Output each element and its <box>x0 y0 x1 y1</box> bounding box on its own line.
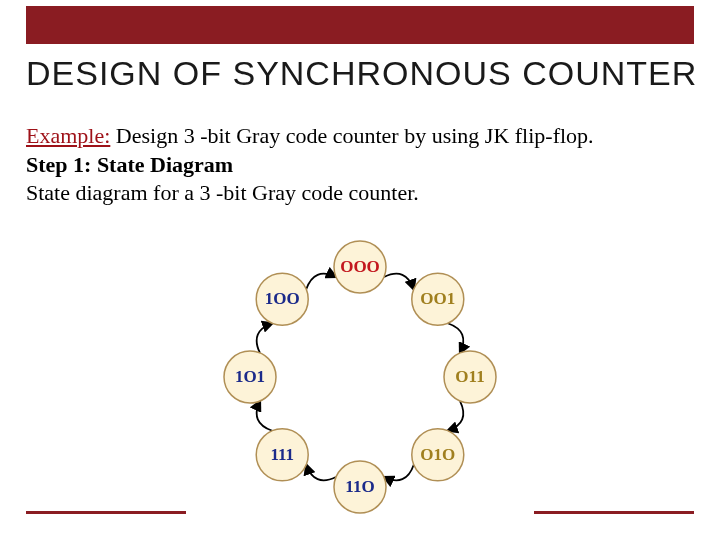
state-node: 1O1 <box>224 351 276 403</box>
state-node: 1OO <box>256 273 308 325</box>
state-node: O11 <box>444 351 496 403</box>
divider-left <box>26 511 186 514</box>
transition-arrow <box>306 465 336 481</box>
body-text: Example: Design 3 -bit Gray code counter… <box>26 122 694 208</box>
state-diagram: OOOOO1O11O1O11O1111O11OO <box>180 232 540 522</box>
svg-text:1O1: 1O1 <box>235 367 265 386</box>
transition-arrow <box>257 323 273 353</box>
svg-text:O11: O11 <box>455 367 484 386</box>
transition-arrow <box>448 401 464 431</box>
state-node: 11O <box>334 461 386 513</box>
state-node: OO1 <box>412 273 464 325</box>
state-node: O1O <box>412 429 464 481</box>
example-label: Example: <box>26 123 110 148</box>
svg-text:11O: 11O <box>345 477 374 496</box>
svg-text:111: 111 <box>270 445 294 464</box>
example-text: Design 3 -bit Gray code counter by using… <box>110 123 593 148</box>
svg-text:OOO: OOO <box>340 257 380 276</box>
page-title: DESIGN OF SYNCHRONOUS COUNTER <box>26 54 697 93</box>
transition-arrow <box>384 465 414 481</box>
transition-arrow <box>306 274 336 290</box>
accent-bar <box>26 6 694 44</box>
step-label: Step 1: State Diagram <box>26 151 694 180</box>
divider-right <box>534 511 694 514</box>
state-node: OOO <box>334 241 386 293</box>
state-node: 111 <box>256 429 308 481</box>
svg-text:OO1: OO1 <box>420 289 455 308</box>
transition-arrow <box>257 401 273 431</box>
transition-arrow <box>384 274 414 290</box>
transition-arrow <box>448 323 464 353</box>
svg-text:1OO: 1OO <box>265 289 300 308</box>
step-text: State diagram for a 3 -bit Gray code cou… <box>26 179 694 208</box>
svg-text:O1O: O1O <box>420 445 455 464</box>
